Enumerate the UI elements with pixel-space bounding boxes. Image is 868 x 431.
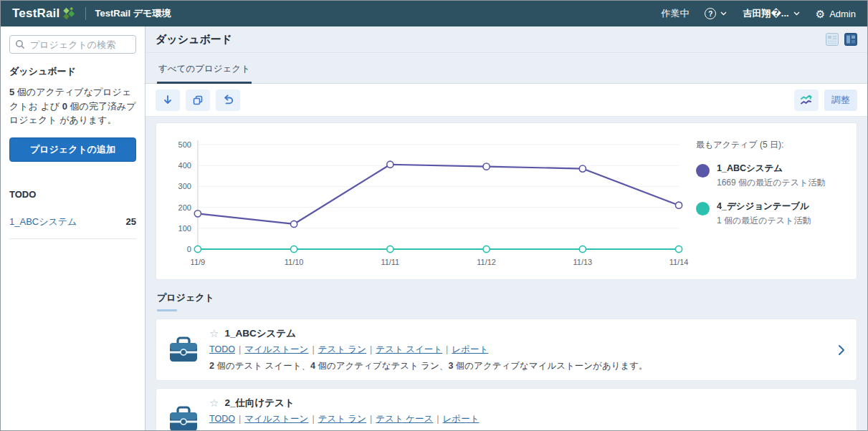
toolbar: 調整 [146,84,867,117]
project-link-test-suites[interactable]: テスト スイート [376,344,442,354]
admin-menu[interactable]: ⚙ Admin [816,9,856,19]
completed-project-count: 0 [62,101,67,112]
todo-list-item: 1_ABCシステム 25 [9,216,136,228]
page-title: ダッシュボード [156,33,232,47]
activity-chart-card: 010020030040050011/911/1011/1111/1211/13… [156,122,857,280]
svg-text:200: 200 [178,203,191,212]
svg-text:400: 400 [178,161,191,170]
svg-text:11/11: 11/11 [381,258,399,266]
svg-text:300: 300 [178,182,191,190]
brand-text: TestRail [12,6,59,21]
tab-all-projects[interactable]: すべてのプロジェクト [157,56,252,84]
svg-text:11/12: 11/12 [477,258,496,266]
project-card[interactable]: ☆ 2_仕向けテスト TODO|マイルストーン|テスト ラン|テスト ケース|レ… [156,388,857,430]
project-link-milestones[interactable]: マイルストーン [244,414,308,424]
todo-project-link[interactable]: 1_ABCシステム [9,216,77,228]
project-link-reports[interactable]: レポート [452,344,488,354]
star-icon[interactable]: ☆ [209,327,219,340]
project-name: 2_仕向けテスト [224,397,294,410]
project-search-input[interactable] [9,35,136,54]
chart-legend: 最もアクティブ (5 日): 1_ABCシステム 1669 個の最近のテスト活動 [693,133,849,272]
svg-text:11/10: 11/10 [285,258,304,266]
trend-lines-icon [800,94,813,106]
testrail-logo-icon [62,6,77,21]
main-content: ダッシュボード [146,26,867,430]
copy-button[interactable] [186,89,210,111]
svg-text:11/14: 11/14 [669,258,689,266]
user-menu[interactable]: 吉田翔�... [743,7,799,20]
series-color-dot [696,164,710,178]
activity-chart: 010020030040050011/911/1011/1111/1211/13… [161,133,693,271]
help-menu[interactable]: ? [705,8,727,19]
svg-text:0: 0 [187,245,191,253]
workspace-name: TestRail デモ環境 [95,7,171,20]
project-link-todo[interactable]: TODO [209,414,235,424]
project-link-test-runs[interactable]: テスト ラン [318,344,366,354]
download-button[interactable] [156,89,180,111]
add-project-button[interactable]: プロジェクトの追加 [9,137,136,162]
todo-heading: TODO [9,189,136,200]
legend-entry: 1_ABCシステム 1669 個の最近のテスト活動 [696,163,845,189]
chevron-right-icon[interactable] [838,344,845,356]
legend-title: 最もアクティブ (5 日): [696,139,845,151]
svg-text:500: 500 [178,140,191,149]
sidebar: ダッシュボード 5 個のアクティブなプロジェクトお よび 0 個の完了済みプロジ… [1,26,146,430]
svg-text:100: 100 [178,224,191,233]
page-titlebar: ダッシュボード [146,26,867,53]
svg-text:11/9: 11/9 [191,258,206,266]
adjust-button[interactable]: 調整 [824,89,857,111]
admin-label: Admin [829,9,856,19]
search-icon [15,39,25,49]
chevron-down-icon [793,11,800,16]
legend-entry: 4_デシジョンテーブル 1 個の最近のテスト活動 [696,200,845,227]
board-view-icon[interactable] [844,33,857,46]
app-window: TestRail TestRail デモ環境 作業中 ? 吉田翔�... [0,0,868,431]
navbar-divider [85,7,86,20]
project-link-test-cases[interactable]: テスト ケース [376,414,433,424]
star-icon[interactable]: ☆ [209,397,219,410]
project-name: 1_ABCシステム [224,327,296,340]
project-link-test-runs[interactable]: テスト ラン [318,414,366,424]
project-links: TODO|マイルストーン|テスト ラン|テスト ケース|レポート [209,413,510,425]
briefcase-icon [168,405,199,431]
download-icon [162,95,173,105]
project-card[interactable]: ☆ 1_ABCシステム TODO|マイルストーン|テスト ラン|テスト スイート… [156,319,857,381]
testrail-logo[interactable]: TestRail [12,6,77,21]
copy-icon [192,95,204,106]
series-subtitle: 1 個の最近のテスト活動 [717,215,811,227]
project-link-milestones[interactable]: マイルストーン [244,344,308,354]
project-description: 2 アクティブなテスト ラン、0 アクティブなマイルストーンがあります。 [209,430,510,430]
status-label: 作業中 [661,7,689,20]
undo-button[interactable] [216,89,240,111]
todo-count-badge: 25 [126,216,136,227]
help-icon: ? [705,8,716,19]
projects-heading: プロジェクト [157,291,856,311]
series-color-dot [696,202,710,216]
sidebar-divider [9,238,136,239]
series-subtitle: 1669 個の最近のテスト活動 [717,177,825,189]
series-name: 4_デシジョンテーブル [717,200,811,213]
series-name: 1_ABCシステム [717,163,825,175]
tab-bar: すべてのプロジェクト [146,53,867,84]
svg-text:11/13: 11/13 [573,258,593,266]
top-navbar: TestRail TestRail デモ環境 作業中 ? 吉田翔�... [1,1,867,26]
project-link-reports[interactable]: レポート [443,414,480,424]
project-link-todo[interactable]: TODO [209,344,235,354]
project-description: 2 個のテスト スイート、4 個のアクティブなテスト ラン、3 個のアクティブな… [209,360,648,372]
list-view-icon[interactable] [826,33,839,46]
sidebar-dashboard-heading: ダッシュボード [9,65,136,78]
dashboard-scroll-area[interactable]: 010020030040050011/911/1011/1111/1211/13… [146,117,867,430]
undo-icon [222,95,234,105]
status-menu[interactable]: 作業中 [661,7,689,20]
user-name: 吉田翔�... [743,7,788,20]
gear-icon: ⚙ [816,9,825,19]
project-summary-text: 5 個のアクティブなプロジェクトお よび 0 個の完了済みプロジェクト がありま… [9,85,136,127]
chart-settings-button[interactable] [794,89,819,111]
chevron-down-icon [720,11,727,16]
project-links: TODO|マイルストーン|テスト ラン|テスト スイート|レポート [209,344,648,356]
briefcase-icon [168,336,199,364]
